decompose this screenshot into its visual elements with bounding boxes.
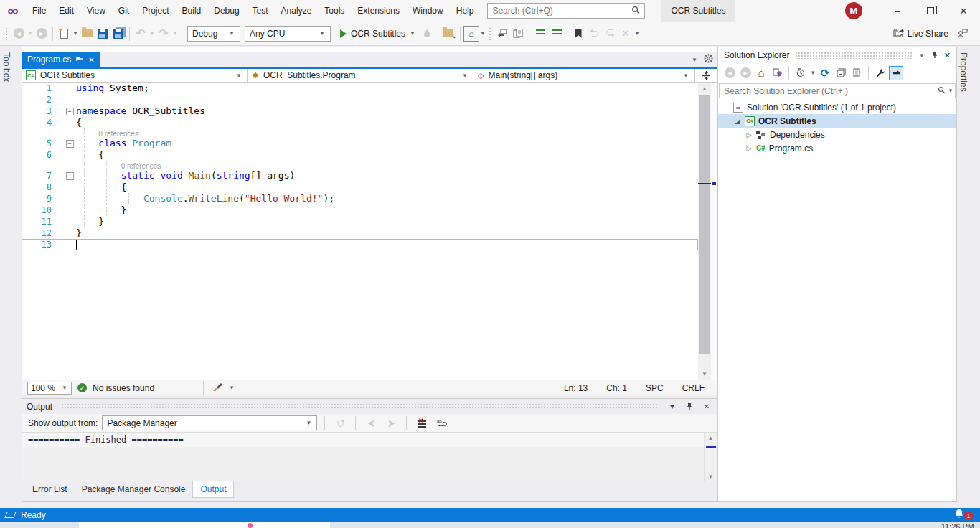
tool-tab-package-manager-console[interactable]: Package Manager Console	[75, 481, 193, 497]
switch-views-icon[interactable]	[770, 66, 784, 80]
line-number[interactable]: 2	[22, 94, 63, 105]
pin-icon[interactable]	[76, 55, 83, 64]
search-icon[interactable]	[936, 86, 948, 96]
bookmarks-dropdown-icon[interactable]: ▼	[633, 30, 641, 37]
fold-collapse-icon[interactable]: −	[66, 108, 74, 116]
tree-item-dependencies[interactable]: ▷Dependencies	[718, 128, 956, 141]
code-line[interactable]: 7− static void Main(string[] args)	[22, 170, 698, 182]
code-line[interactable]: 10 }	[22, 204, 698, 216]
solution-configurations-dropdown[interactable]: Debug▼	[187, 26, 240, 42]
scroll-up-icon[interactable]: ▲	[705, 433, 717, 443]
taskbar-app-icon[interactable]	[248, 523, 253, 528]
menu-test[interactable]: Test	[246, 0, 275, 22]
code-cleanup-icon[interactable]	[212, 382, 222, 394]
scroll-up-icon[interactable]: ▲	[698, 82, 711, 94]
toolbar-grip[interactable]	[5, 27, 9, 40]
redo-dropdown-icon[interactable]: ▼	[171, 30, 179, 37]
line-number[interactable]	[22, 128, 63, 138]
window-position-dropdown-icon[interactable]: ▼	[918, 52, 925, 59]
goto-source-icon[interactable]: ⮍	[332, 415, 348, 431]
restore-button[interactable]	[914, 0, 947, 22]
hot-reload-icon[interactable]	[419, 26, 435, 42]
find-in-files-icon[interactable]	[441, 26, 457, 42]
codelens-references[interactable]: 0 references	[121, 162, 161, 170]
fold-collapse-icon[interactable]: −	[66, 140, 74, 148]
zoom-dropdown[interactable]: 100 %▼	[27, 382, 72, 395]
show-all-files-icon[interactable]	[849, 66, 864, 80]
refresh-icon[interactable]: ⟳	[818, 66, 832, 80]
code-cleanup-dropdown-icon[interactable]: ▼	[228, 385, 235, 391]
next-message-icon[interactable]: ⮞	[383, 415, 399, 431]
browser-dropdown-icon[interactable]: ▼	[479, 30, 486, 37]
tool-tab-output[interactable]: Output	[192, 481, 234, 498]
codelens-text[interactable]: 0 references	[76, 161, 698, 170]
back-icon[interactable]: ◄	[722, 66, 737, 80]
open-file-icon[interactable]	[79, 26, 95, 42]
new-project-icon[interactable]: ✦	[56, 26, 72, 42]
redo-icon[interactable]: ↷	[156, 26, 171, 42]
line-number[interactable]: 7	[22, 170, 63, 182]
line-number[interactable]: 9	[22, 193, 63, 204]
start-debugging-button[interactable]: OCR Subtitles ▼	[337, 25, 419, 42]
menu-help[interactable]: Help	[450, 0, 481, 22]
taskbar-clock[interactable]: 11:26 PM	[941, 522, 974, 528]
save-icon[interactable]	[95, 26, 110, 42]
tree-item-solution-ocr-subtitles-1-of-1-project[interactable]: ∞Solution 'OCR Subtitles' (1 of 1 projec…	[718, 100, 956, 114]
line-number[interactable]: 6	[22, 149, 63, 161]
codelens-row[interactable]: 0 references	[22, 161, 698, 170]
tree-item-program-cs[interactable]: ▷C#Program.cs	[718, 141, 956, 155]
code-line[interactable]: 8 {	[22, 182, 698, 193]
menu-extensions[interactable]: Extensions	[351, 0, 406, 22]
expander-icon[interactable]: ▷	[745, 131, 753, 138]
toolbar-grip[interactable]	[489, 27, 492, 40]
live-share-button[interactable]: Live Share	[887, 24, 954, 43]
new-project-dropdown-icon[interactable]: ▼	[72, 30, 79, 37]
code-line[interactable]: 1using System;	[22, 82, 698, 94]
undo-icon[interactable]: ↶	[133, 26, 149, 42]
properties-wrench-icon[interactable]	[873, 66, 887, 80]
code-line[interactable]: 5− class Program	[22, 138, 698, 149]
scroll-down-icon[interactable]: ▼	[698, 368, 711, 380]
tool-tab-error-list[interactable]: Error List	[25, 481, 75, 497]
column-indicator[interactable]: Ch: 1	[606, 383, 627, 393]
close-icon[interactable]: ✕	[701, 402, 712, 410]
menu-view[interactable]: View	[80, 0, 112, 22]
close-icon[interactable]: ✕	[944, 51, 951, 60]
previous-message-icon[interactable]: ⮜	[363, 415, 379, 431]
code-line[interactable]: 6 {	[22, 149, 698, 161]
pin-icon[interactable]	[684, 402, 695, 411]
output-source-dropdown[interactable]: Package Manager▼	[102, 415, 317, 430]
line-number[interactable]	[22, 161, 63, 170]
paste-icon[interactable]	[510, 26, 526, 42]
menu-file[interactable]: File	[26, 0, 52, 22]
menu-project[interactable]: Project	[136, 0, 175, 22]
menu-tools[interactable]: Tools	[318, 0, 351, 22]
type-dropdown[interactable]: ❖ OCR_Subtitles.Program ▼	[248, 69, 473, 82]
line-number[interactable]: 1	[22, 82, 63, 94]
line-number[interactable]: 11	[22, 216, 63, 227]
code-line[interactable]: 13	[22, 239, 698, 250]
project-dropdown[interactable]: C# OCR Subtitles ▼	[22, 69, 248, 82]
codelens-row[interactable]: 0 references	[22, 128, 698, 138]
background-tasks-icon[interactable]	[4, 512, 17, 518]
fold-collapse-icon[interactable]: −	[66, 172, 74, 180]
next-bookmark-icon[interactable]: ⮎	[602, 26, 618, 42]
line-indicator[interactable]: Ln: 13	[564, 383, 588, 393]
line-number[interactable]: 4	[22, 117, 63, 128]
collapse-all-icon[interactable]	[834, 66, 848, 80]
properties-tab[interactable]: Properties	[957, 47, 970, 98]
filter-dropdown-icon[interactable]: ▼	[809, 70, 816, 76]
menu-analyze[interactable]: Analyze	[275, 0, 319, 22]
code-line[interactable]: 11 }	[22, 216, 698, 227]
codelens-text[interactable]: 0 references	[76, 128, 698, 138]
member-dropdown[interactable]: ◇ Main(string[] args) ▼	[473, 69, 694, 82]
scrollbar-thumb[interactable]	[699, 95, 710, 354]
window-position-dropdown-icon[interactable]: ▼	[666, 402, 678, 410]
menu-edit[interactable]: Edit	[52, 0, 80, 22]
output-header[interactable]: Output ▼ ✕	[22, 399, 717, 414]
solution-name-button[interactable]: OCR Subtitles	[661, 0, 735, 22]
tab-program-cs[interactable]: Program.cs ✕	[22, 52, 100, 67]
search-options-dropdown-icon[interactable]: ▼	[948, 88, 955, 94]
solution-search-input[interactable]	[720, 86, 936, 96]
line-number[interactable]: 10	[22, 204, 63, 216]
